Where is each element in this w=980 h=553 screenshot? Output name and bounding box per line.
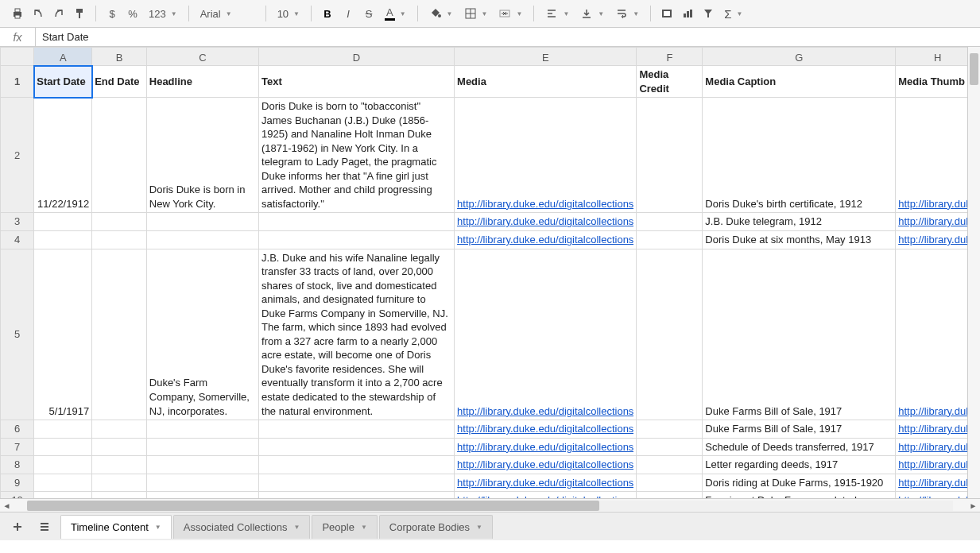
cell[interactable]: http://library.duke.edu/digitalcollectio…	[455, 456, 637, 474]
row-header[interactable]: 3	[1, 213, 34, 231]
hyperlink[interactable]: http://library.duke.edu/digitalcollectio…	[457, 422, 633, 436]
cell[interactable]	[146, 420, 258, 439]
cell[interactable]	[637, 98, 703, 213]
cell[interactable]	[92, 438, 147, 456]
sheet-tab[interactable]: Associated Collections▼	[173, 515, 311, 539]
filter-button[interactable]	[699, 4, 718, 23]
cell[interactable]	[259, 420, 455, 439]
cell[interactable]	[637, 231, 703, 249]
col-header-C[interactable]: C	[146, 48, 258, 66]
cell[interactable]	[34, 213, 92, 231]
borders-dropdown[interactable]: ▼	[459, 4, 493, 23]
merge-dropdown[interactable]: ▼	[494, 4, 527, 23]
cell[interactable]: Duke Farms Bill of Sale, 1917	[703, 249, 896, 420]
formula-input[interactable]: Start Date	[36, 31, 980, 43]
cell[interactable]: 11/22/1912	[34, 98, 92, 213]
text-color-dropdown[interactable]: A▼	[380, 4, 411, 23]
cell[interactable]	[34, 474, 92, 492]
col-header-B[interactable]: B	[92, 48, 147, 66]
sheet-tab[interactable]: People▼	[312, 515, 377, 539]
col-header-F[interactable]: F	[637, 48, 703, 66]
cell[interactable]	[146, 474, 258, 492]
cell[interactable]	[92, 474, 147, 492]
hyperlink[interactable]: http://library.duke	[898, 404, 977, 419]
horizontal-scrollbar[interactable]: ◄►	[0, 498, 980, 512]
cell[interactable]: Media Credit	[637, 66, 703, 98]
valign-dropdown[interactable]: ▼	[575, 4, 609, 23]
cell[interactable]	[146, 438, 258, 456]
currency-button[interactable]: $	[103, 4, 122, 23]
cell[interactable]: http://library.duke.edu/digitalcollectio…	[455, 438, 637, 456]
col-header-D[interactable]: D	[259, 48, 455, 66]
cell[interactable]	[259, 456, 455, 474]
cell[interactable]	[259, 438, 455, 456]
italic-button[interactable]: I	[339, 4, 358, 23]
cell[interactable]	[34, 438, 92, 456]
undo-button[interactable]	[29, 4, 48, 23]
number-format-dropdown[interactable]: 123▼	[144, 4, 182, 23]
col-header-A[interactable]: A	[34, 48, 92, 66]
cell[interactable]	[637, 420, 703, 439]
strike-button[interactable]: S	[359, 4, 378, 23]
cell[interactable]: Doris Duke is born in New York City.	[146, 98, 258, 213]
sheet-tab[interactable]: Timeline Content▼	[60, 515, 172, 539]
hyperlink[interactable]: http://library.duke	[898, 215, 977, 229]
cell[interactable]: http://library.duke.edu/digitalcollectio…	[455, 474, 637, 492]
cell[interactable]: Headline	[146, 66, 258, 98]
font-family-dropdown[interactable]: Arial▼	[196, 4, 259, 23]
cell[interactable]: Letter regarding deeds, 1917	[703, 456, 896, 474]
wrap-dropdown[interactable]: ▼	[610, 4, 644, 23]
cell[interactable]	[146, 213, 258, 231]
hyperlink[interactable]: http://library.duke.edu/digitalcollectio…	[457, 215, 633, 229]
cell[interactable]	[146, 456, 258, 474]
col-header-G[interactable]: G	[703, 48, 896, 66]
cell[interactable]	[92, 231, 147, 249]
hyperlink[interactable]: http://library.duke.edu/digitalcollectio…	[457, 197, 633, 211]
cell[interactable]	[259, 231, 455, 249]
cell[interactable]: Duke Farms Bill of Sale, 1917	[703, 420, 896, 439]
cell[interactable]: Doris Duke's birth certificate, 1912	[703, 98, 896, 213]
spreadsheet-grid[interactable]: ABCDEFGH1Start DateEnd DateHeadlineTextM…	[0, 47, 980, 512]
cell[interactable]	[637, 249, 703, 420]
cell[interactable]: J.B. Duke telegram, 1912	[703, 213, 896, 231]
cell[interactable]: http://library.duke.edu/digitalcollectio…	[455, 420, 637, 439]
hyperlink[interactable]: http://library.duke.edu/digitalcollectio…	[457, 404, 633, 419]
cell[interactable]	[92, 420, 147, 439]
row-header[interactable]: 4	[1, 231, 34, 249]
font-size-dropdown[interactable]: 10▼	[273, 4, 304, 23]
print-button[interactable]	[8, 4, 27, 23]
row-header[interactable]: 6	[1, 420, 34, 439]
cell[interactable]	[34, 456, 92, 474]
hyperlink[interactable]: http://library.duke.edu/digitalcollectio…	[457, 233, 633, 247]
cell[interactable]	[259, 474, 455, 492]
row-header[interactable]: 2	[1, 98, 34, 213]
cell[interactable]	[259, 213, 455, 231]
row-header[interactable]: 7	[1, 438, 34, 456]
sheet-tab[interactable]: Corporate Bodies▼	[379, 515, 493, 539]
hyperlink[interactable]: http://library.duke.edu/digitalcollectio…	[457, 476, 633, 490]
fill-color-dropdown[interactable]: ▼	[424, 4, 458, 23]
hyperlink[interactable]: http://library.duke.edu/digitalcollectio…	[457, 458, 633, 472]
cell[interactable]: Doris riding at Duke Farms, 1915-1920	[703, 474, 896, 492]
hyperlink[interactable]: http://library.duke.edu/digitalcollectio…	[457, 440, 633, 454]
redo-button[interactable]	[49, 4, 68, 23]
hyperlink[interactable]: http://library.duke	[898, 440, 977, 454]
cell[interactable]: http://library.duke.edu/digitalcollectio…	[455, 98, 637, 213]
paint-format-button[interactable]	[70, 4, 89, 23]
bold-button[interactable]: B	[318, 4, 337, 23]
cell[interactable]	[637, 438, 703, 456]
cell[interactable]: Doris Duke is born to "tobacconist" Jame…	[259, 98, 455, 213]
cell[interactable]	[637, 213, 703, 231]
cell[interactable]	[34, 231, 92, 249]
add-sheet-button[interactable]	[6, 516, 29, 538]
row-header[interactable]: 9	[1, 474, 34, 492]
halign-dropdown[interactable]: ▼	[540, 4, 574, 23]
select-all-cell[interactable]	[1, 48, 34, 66]
chart-button[interactable]	[678, 4, 697, 23]
cell[interactable]	[92, 249, 147, 420]
cell[interactable]: Duke's Farm Company, Somerville, NJ, inc…	[146, 249, 258, 420]
cell[interactable]: Media	[455, 66, 637, 98]
cell[interactable]	[637, 474, 703, 492]
col-header-E[interactable]: E	[455, 48, 637, 66]
all-sheets-button[interactable]	[33, 516, 56, 538]
